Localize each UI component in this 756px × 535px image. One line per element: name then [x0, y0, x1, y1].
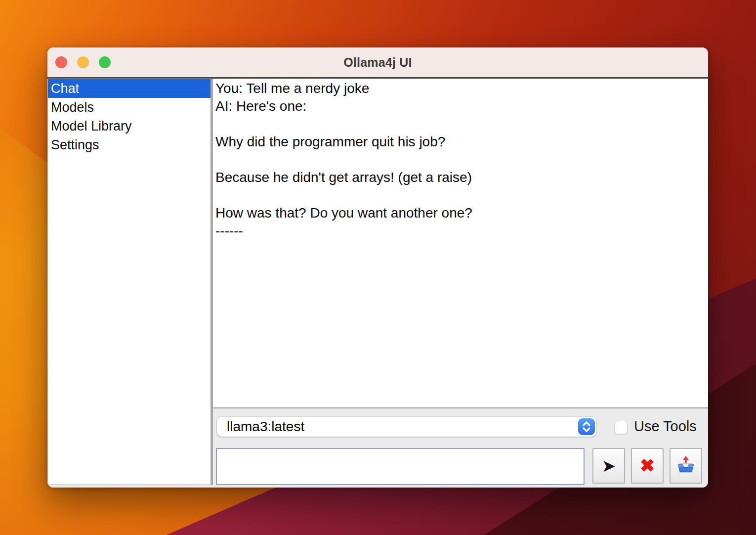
- traffic-lights: [55, 47, 111, 77]
- chat-transcript[interactable]: You: Tell me a nerdy joke AI: Here's one…: [213, 79, 708, 408]
- message-input[interactable]: [216, 448, 585, 485]
- upload-button[interactable]: [670, 448, 702, 484]
- send-button[interactable]: ➤: [592, 448, 625, 484]
- zoom-button[interactable]: [99, 56, 111, 68]
- sidebar-item-models[interactable]: Models: [48, 98, 210, 117]
- model-select[interactable]: llama3:latest: [217, 417, 596, 437]
- model-select-value: llama3:latest: [227, 419, 304, 435]
- use-tools-checkbox[interactable]: [614, 421, 628, 434]
- composer-panel: llama3:latest Use Tools ➤ ✖: [213, 408, 708, 485]
- close-button[interactable]: [55, 56, 67, 68]
- sidebar-item-settings[interactable]: Settings: [48, 135, 210, 154]
- use-tools-label: Use Tools: [634, 418, 697, 435]
- sidebar-item-model-library[interactable]: Model Library: [48, 117, 210, 135]
- clear-x-icon: ✖: [640, 457, 655, 475]
- window-title: Ollama4j UI: [343, 55, 412, 70]
- chat-pane: You: Tell me a nerdy joke AI: Here's one…: [213, 79, 708, 485]
- app-window: Ollama4j UI Chat Models Model Library Se…: [47, 47, 708, 488]
- titlebar[interactable]: Ollama4j UI: [47, 47, 708, 79]
- window-content: Chat Models Model Library Settings You: …: [47, 79, 708, 488]
- upload-tray-icon: [676, 455, 696, 477]
- sidebar-nav: Chat Models Model Library Settings: [47, 79, 210, 485]
- minimize-button[interactable]: [77, 56, 89, 68]
- send-arrow-icon: ➤: [602, 457, 616, 474]
- sidebar-item-chat[interactable]: Chat: [48, 79, 210, 98]
- chevron-up-down-icon: [578, 418, 595, 435]
- clear-button[interactable]: ✖: [631, 448, 664, 484]
